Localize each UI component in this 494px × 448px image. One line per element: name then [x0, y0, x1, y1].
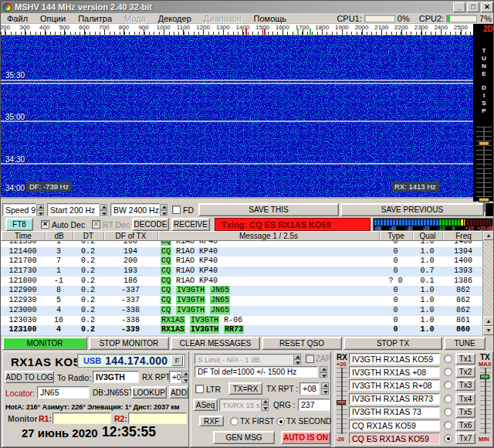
tx-select-radio-2[interactable] — [444, 368, 452, 376]
tx-power-slider[interactable] — [480, 368, 491, 434]
r1-input[interactable] — [52, 412, 111, 424]
r2-input[interactable] — [128, 412, 187, 424]
txrx-period-field[interactable]: TX/RX 15 s — [219, 399, 261, 411]
auto-dec-checkbox[interactable] — [41, 220, 49, 229]
add-to-log-button[interactable]: ADD TO LOG — [5, 371, 54, 383]
tx-eq-rx-button[interactable]: TX=RX — [228, 382, 262, 395]
fd-checkbox[interactable] — [172, 205, 181, 214]
scroll-up-icon[interactable]: ▲ — [483, 231, 494, 240]
tx-select-radio-5[interactable] — [444, 408, 452, 416]
ltr-checkbox[interactable] — [195, 385, 204, 393]
tx-select-radio-3[interactable] — [444, 381, 452, 389]
decode-row-item[interactable]: 12293050.2-337CQ IV3GTH JN6501.0862 — [1, 296, 494, 306]
speed-spinbox[interactable]: Speed 9 — [2, 203, 36, 216]
txrx-period-spinner[interactable] — [261, 399, 269, 411]
rxf-button[interactable]: RXF — [199, 416, 224, 426]
table-scrollbar[interactable]: ▲ ▲ ▼ — [482, 231, 493, 335]
tx-select-radio-1[interactable] — [444, 355, 452, 363]
tx-select-radio-7[interactable] — [444, 434, 452, 443]
add-button[interactable]: ADD — [169, 386, 188, 399]
tx-message-field-5[interactable]: IV3GTH RX1AS 73 — [349, 406, 440, 418]
tune-button[interactable]: TUNE — [444, 337, 486, 350]
tx-message-field-2[interactable]: IV3GTH RX1AS +08 — [349, 366, 440, 378]
tx2-button[interactable]: Tx2 — [455, 366, 475, 378]
decode-row-item[interactable]: 12310040.2-339RX1AS IV3GTH RR7301.0860 — [1, 325, 494, 335]
start-spinner[interactable] — [100, 204, 107, 216]
frequency-display[interactable]: USB 144.174.000 F — [77, 354, 185, 368]
menu-item-1[interactable]: Файл — [1, 14, 34, 23]
tx-rpt-spinner[interactable] — [321, 382, 329, 395]
2d-mode-button[interactable]: 2D — [473, 24, 494, 36]
tx-second-radio[interactable] — [276, 417, 285, 426]
tx3-button[interactable]: Tx3 — [455, 379, 475, 391]
decode-row-item[interactable]: 12300040.2-338CQ IV3GTH JN6501.0862 — [1, 306, 494, 316]
tx-message-field-1[interactable]: IV3GTH RX1AS KO59 — [349, 353, 440, 365]
menu-item-7[interactable]: Помощь — [248, 14, 293, 23]
df-tol-spinner[interactable] — [320, 366, 327, 378]
tx-first-radio[interactable] — [230, 417, 239, 426]
tx-message-field-4[interactable]: IV3GTH RX1AS RR73 — [349, 393, 440, 405]
maximize-button[interactable]: □ — [467, 2, 479, 12]
cell-msg: CQ R1AO KP40 — [157, 277, 379, 287]
scroll-down-icon[interactable]: ▼ — [483, 326, 494, 335]
tx-message-field-6[interactable]: CQ RX1AS KO59 — [349, 419, 440, 431]
decode-row-item[interactable]: 121800-10.2186CQ R1AO KP40? 00.11386 — [1, 277, 494, 287]
decode-row-item[interactable]: 12173010.2193CQ R1AO KP4000.71393 — [1, 266, 494, 277]
lookup-button[interactable]: LOOKUP — [131, 386, 167, 399]
stop-tx-button[interactable]: STOP TX — [343, 337, 442, 350]
clear-messages-button[interactable]: CLEAR MESSAGES — [171, 337, 260, 350]
reset-qso-button[interactable]: RESET QSO — [262, 337, 342, 350]
start-spinbox[interactable]: Start 200 Hz — [47, 203, 100, 216]
menu-item-3[interactable]: Палитра — [72, 14, 118, 23]
frequency-scale[interactable]: 2003004005006007008009001000110012001300… — [1, 24, 473, 36]
decode-row-item[interactable]: 123030160.2-338RX1AS IV3GTH R-0601.0861 — [1, 316, 494, 326]
save-previous-button[interactable]: SAVE PREVIOUS — [340, 203, 484, 216]
tx6-button[interactable]: Tx6 — [455, 419, 475, 431]
tx-rpt-input[interactable]: +08 — [299, 382, 320, 395]
auto-is-on-button[interactable]: AUTO IS ON — [281, 431, 330, 444]
message-token: KP40 — [199, 241, 218, 246]
tx-message-field-7[interactable]: CQ ES RX1AS KO59 — [349, 433, 440, 444]
decode-row-item[interactable]: 12290080.2-337CQ IV3GTH JN6501.0862 — [1, 286, 494, 296]
scroll-up2-icon[interactable]: ▲ — [483, 317, 494, 326]
tx1-button[interactable]: Tx1 — [455, 353, 475, 365]
minimize-button[interactable]: _ — [453, 2, 465, 12]
bw-spinner[interactable] — [160, 204, 167, 216]
mode-button[interactable]: FT8 — [5, 218, 33, 231]
rt-dec-checkbox[interactable] — [92, 220, 100, 229]
tx-select-radio-4[interactable] — [444, 395, 452, 403]
menu-item-2[interactable]: Опции — [34, 14, 72, 23]
aseq-button[interactable]: ASeq — [193, 399, 218, 411]
save-this-button[interactable]: SAVE THIS — [198, 203, 339, 216]
s-limit-spinner[interactable] — [293, 354, 301, 365]
tx-message-field-3[interactable]: IV3GTH RX1AS R+08 — [349, 379, 440, 391]
rx-rpt-spinner[interactable] — [181, 371, 189, 383]
waterfall-display[interactable]: 35:3035:0034:3034:00 DF: -739 Hz RX: 141… — [1, 36, 473, 199]
stop-monitor-button[interactable]: STOP MONITOR — [89, 337, 169, 350]
decode-row-item[interactable]: 12170070.2200CQ R1AO KP4001.01400 — [1, 256, 494, 266]
speed-spinner[interactable] — [36, 204, 44, 216]
auto-dec-label: Auto Dec — [52, 220, 85, 229]
tx7-button[interactable]: Tx7 — [455, 433, 475, 444]
tx4-button[interactable]: Tx4 — [455, 393, 475, 405]
bw-spinbox[interactable]: BW 2400 Hz — [110, 203, 160, 216]
decode-row-item[interactable]: 12133010.2200CQ R1AO KP4001.01400 — [1, 241, 494, 247]
zap-checkbox[interactable] — [306, 355, 314, 363]
qrg-input[interactable]: 237 — [298, 399, 330, 411]
tune-slider[interactable] — [476, 127, 492, 167]
monitor-button[interactable]: MONITOR — [2, 337, 87, 350]
locator-input[interactable]: JN65 — [37, 386, 90, 399]
df-tol-field[interactable]: DF Tol def=1000 +/- 1500 Hz — [195, 366, 318, 378]
menu-item-5[interactable]: Декодер — [152, 14, 198, 23]
tx5-button[interactable]: Tx5 — [455, 406, 475, 418]
s-limit-field[interactable]: S Limit - N/A - 1 dB — [195, 354, 293, 365]
rx-gain-slider[interactable] — [337, 368, 347, 434]
close-button[interactable]: ✕ — [481, 2, 493, 12]
to-radio-input[interactable]: IV3GTH — [93, 371, 139, 383]
tx-select-radio-6[interactable] — [444, 421, 452, 429]
decode-row-item[interactable]: 12140030.2194CQ R1AO KP4001.01394 — [1, 247, 494, 257]
receive-button[interactable]: RECEIVE — [171, 218, 210, 231]
decode-button[interactable]: DECODE — [132, 218, 169, 231]
gen-msg-button[interactable]: GEN MSG — [213, 431, 275, 444]
f-button[interactable]: F — [171, 355, 183, 366]
